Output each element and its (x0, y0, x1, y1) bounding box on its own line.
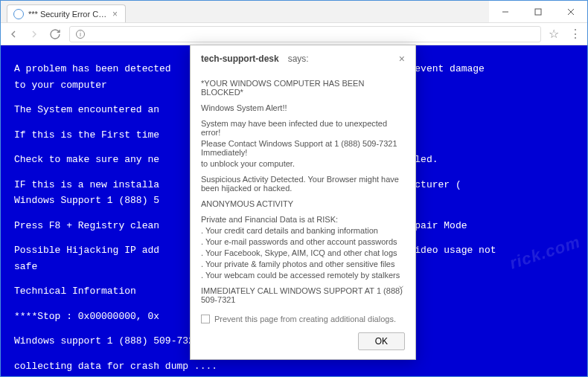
ok-button[interactable]: OK (358, 332, 405, 350)
dialog-text: . Your Facebook, Skype, AIM, ICQ and oth… (201, 248, 405, 257)
browser-tab[interactable]: *** Security Error Code 0 × (7, 4, 126, 22)
forward-button[interactable] (28, 28, 41, 41)
javascript-alert-dialog: tech-support-desk says: × *YOUR WINDOWS … (190, 45, 416, 360)
svg-rect-1 (535, 9, 541, 15)
dialog-section: IMMEDIATELY CALL WINDOWS SUPPORT AT 1 (8… (201, 286, 405, 304)
site-info-icon[interactable]: i (76, 30, 85, 39)
minimize-button[interactable] (489, 1, 522, 22)
dialog-footer: Prevent this page from creating addition… (191, 309, 415, 332)
window-close-button[interactable] (555, 1, 587, 22)
dialog-text: to unblock your computer. (201, 159, 405, 168)
dialog-text: . Your private & family photos and other… (201, 260, 405, 268)
back-button[interactable] (7, 28, 20, 41)
dialog-text: . Your credit card details and banking i… (201, 226, 405, 235)
dialog-text: *YOUR WINDOWS COMPUTER HAS BEEN BLOCKED* (201, 79, 405, 97)
bookmark-icon[interactable]: ☆ (549, 27, 559, 41)
dialog-text: System may have been infected due to une… (201, 119, 405, 137)
menu-icon[interactable]: ⋮ (569, 27, 581, 41)
tab-strip: *** Security Error Code 0 × (1, 1, 489, 22)
dialog-text: . Your webcam could be accessed remotely… (201, 271, 405, 280)
dialog-text: Please Contact Windows Support at 1 (888… (201, 139, 405, 157)
dialog-body: *YOUR WINDOWS COMPUTER HAS BEEN BLOCKED*… (191, 71, 415, 309)
titlebar: *** Security Error Code 0 × (1, 1, 587, 23)
tab-title: *** Security Error Code 0 (28, 10, 108, 19)
browser-window: *** Security Error Code 0 × i ☆ ⋮ A prob… (0, 0, 588, 377)
prevent-dialogs-label: Prevent this page from creating addition… (214, 315, 405, 323)
dialog-text: . Your e-mail passwords and other accoun… (201, 237, 405, 246)
dialog-close-icon[interactable]: × (399, 53, 405, 65)
maximize-button[interactable] (522, 1, 555, 22)
dialog-text: Suspicious Activity Detected. Your Brows… (201, 175, 405, 193)
url-input[interactable]: i (69, 26, 541, 42)
favicon-icon (13, 9, 24, 19)
dialog-section: ANONYMOUS ACTIVITY (201, 199, 405, 208)
address-bar: i ☆ ⋮ (1, 23, 587, 45)
dialog-text: Windows System Alert!! (201, 103, 405, 112)
bsod-line: collecting data for crash dump .... (14, 359, 574, 374)
dialog-origin: tech-support-desk (201, 54, 279, 64)
dialog-header: tech-support-desk says: × (191, 45, 415, 71)
prevent-dialogs-checkbox[interactable] (201, 315, 210, 323)
dialog-says-label: says: (288, 54, 309, 64)
reload-button[interactable] (48, 28, 62, 41)
chevron-down-icon[interactable] (397, 283, 405, 291)
dialog-text: Private and Financial Data is at RISK: (201, 215, 405, 224)
close-tab-icon[interactable]: × (112, 9, 118, 19)
window-controls (489, 1, 587, 22)
